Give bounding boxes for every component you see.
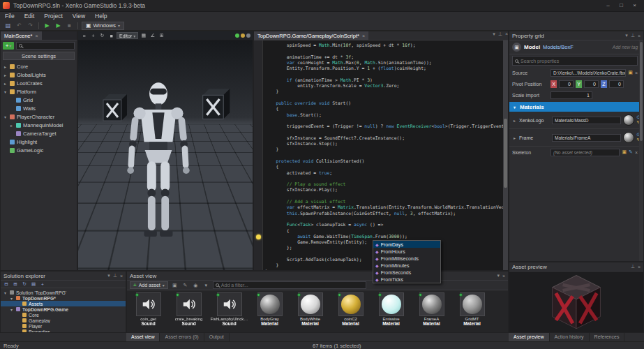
- sync-selection-icon[interactable]: ↻: [21, 281, 28, 288]
- maximize-button[interactable]: □: [615, 1, 628, 10]
- property-grid-scrollbar[interactable]: [639, 40, 643, 261]
- close-icon[interactable]: ×: [505, 31, 508, 40]
- scrollbar-thumb[interactable]: [640, 42, 643, 141]
- completion-item-fromhours[interactable]: ◆FromHours: [373, 248, 440, 255]
- asset-tile-crate-breaking[interactable]: crate_breakingSound: [170, 292, 208, 331]
- menu-project[interactable]: Project: [39, 12, 67, 21]
- tab-action-history[interactable]: Action history: [550, 333, 590, 341]
- browse-asset-icon[interactable]: ▣: [622, 149, 627, 155]
- asset-tile-framea[interactable]: FrameAMaterial: [412, 292, 451, 331]
- code-line[interactable]: [265, 71, 503, 77]
- scene-tree-item-globallights[interactable]: ▸GlobalLights: [1, 70, 77, 79]
- translate-gizmo-icon[interactable]: +: [89, 32, 97, 39]
- undo-icon[interactable]: ↶: [15, 22, 24, 29]
- add-asset-button[interactable]: + Add asset ▾: [130, 281, 168, 289]
- editor-mode-dropdown[interactable]: Editor ▾: [117, 32, 138, 39]
- code-line[interactable]: [265, 48, 503, 54]
- code-line[interactable]: {: [265, 164, 503, 170]
- scene-tree-item-platform[interactable]: ▾Platform: [1, 87, 77, 96]
- code-line[interactable]: Func<Task> cleanupTask = async () =>: [265, 222, 503, 228]
- completion-item-frommilliseconds[interactable]: ◆FromMilliseconds: [373, 255, 440, 262]
- property-search-input[interactable]: [521, 59, 635, 64]
- asset-tile-gridmt[interactable]: GridMTMaterial: [453, 292, 491, 331]
- close-icon[interactable]: ×: [120, 274, 123, 279]
- completion-item-fromseconds[interactable]: ◆FromSeconds: [373, 269, 440, 276]
- code-line[interactable]: }: [265, 89, 503, 94]
- browse-folder-icon[interactable]: ▣: [628, 70, 633, 75]
- scene-filter-input[interactable]: [16, 42, 75, 50]
- chevron-down-icon[interactable]: ▾: [107, 273, 110, 279]
- camera-icon[interactable]: [246, 34, 250, 38]
- code-line[interactable]: [265, 153, 503, 158]
- completion-item-fromdays[interactable]: ◆FromDays: [373, 241, 440, 248]
- windows-dropdown[interactable]: ▣ Windows ▾: [82, 22, 124, 30]
- pivot-x-field[interactable]: 0: [559, 80, 574, 88]
- tab-asset-view[interactable]: Asset view: [126, 333, 160, 341]
- scene-tree-item-mannequinmodel[interactable]: ▸MannequinModel: [1, 121, 77, 129]
- material-reference-field[interactable]: Materials/MassD: [552, 117, 621, 124]
- code-line[interactable]: sfxInstance.Stop();: [265, 141, 503, 147]
- pivot-z-field[interactable]: 0: [609, 80, 624, 88]
- code-line[interactable]: [265, 95, 503, 101]
- tab-asset-errors-0[interactable]: Asset errors (0): [160, 333, 204, 341]
- clear-icon[interactable]: ×: [635, 150, 638, 155]
- solution-tree-item-properties[interactable]: Properties: [1, 329, 126, 333]
- pin-icon[interactable]: ⊥: [631, 264, 635, 269]
- material-reference-field[interactable]: Materials/FrameA: [552, 134, 621, 142]
- menu-help[interactable]: Help: [90, 12, 112, 21]
- skeleton-field[interactable]: (No asset selected): [551, 149, 620, 156]
- snap-translate-icon[interactable]: ▦: [140, 32, 147, 39]
- edit-icon[interactable]: ✎: [181, 282, 189, 289]
- asset-filter-input[interactable]: [221, 283, 364, 288]
- play-current-icon[interactable]: ▶: [54, 22, 63, 29]
- expand-icon[interactable]: ▸: [3, 73, 8, 77]
- view-options-icon[interactable]: ◉: [192, 282, 200, 289]
- code-line[interactable]: entity.Transform.Scale = Vector3.Zero;: [265, 83, 503, 89]
- scene-tree-item-core[interactable]: ▸Core: [1, 62, 77, 70]
- scene-tree-item-walls[interactable]: Walls: [1, 104, 77, 112]
- code-line[interactable]: spinSpeed = Math.Min(10f, spinSpeed + dt…: [265, 43, 503, 48]
- collapse-icon[interactable]: ▾: [3, 290, 8, 295]
- tab-output[interactable]: Output: [204, 333, 230, 341]
- tab-asset-preview[interactable]: Asset preview: [509, 333, 550, 341]
- asset-tile-fishlampbyulrick-liensensales[interactable]: FishLampbyUlrick-LiensenSalesSound: [210, 292, 248, 331]
- solution-tree-item-core[interactable]: Core: [1, 312, 126, 318]
- scale-import-field[interactable]: 1: [551, 91, 592, 99]
- close-icon[interactable]: ×: [362, 34, 365, 38]
- code-line[interactable]: // Play a sound effect: [265, 181, 503, 187]
- code-line[interactable]: sfxInstance.Play();: [265, 187, 503, 193]
- chevron-down-icon[interactable]: ▾: [625, 33, 628, 38]
- solution-tree-item-gameplay[interactable]: Gameplay: [1, 318, 126, 323]
- mannequin-character[interactable]: [110, 68, 207, 270]
- asset-tile-bodygray[interactable]: BodyGrayMaterial: [250, 292, 289, 331]
- save-icon[interactable]: ▤: [3, 22, 13, 29]
- materials-section-header[interactable]: ▾ Materials: [509, 102, 643, 112]
- menu-file[interactable]: File: [0, 12, 20, 21]
- scene-settings-button[interactable]: Scene settings: [3, 52, 75, 60]
- completion-item-fromticks[interactable]: ◆FromTicks: [373, 276, 440, 283]
- code-line[interactable]: var coinHeight = Math.Max(0, Math.Sin(an…: [265, 60, 503, 66]
- expand-icon[interactable]: ▸: [512, 118, 517, 123]
- expand-icon[interactable]: ▸: [3, 81, 8, 86]
- scene-tree-item-cameratarget[interactable]: CameraTarget: [1, 129, 77, 138]
- snap-rotate-icon[interactable]: ∠: [149, 32, 156, 39]
- lightbulb-icon[interactable]: [256, 235, 261, 239]
- code-line[interactable]: await Game.WaitTime(TimeSpan.From(3000))…: [265, 234, 503, 239]
- grid-toggle-icon[interactable]: ⊞: [158, 32, 165, 39]
- scrollbar-thumb[interactable]: [504, 119, 507, 188]
- asset-tile-bodywhite[interactable]: BodyWhiteMaterial: [291, 292, 329, 331]
- properties-icon[interactable]: ▤: [30, 281, 37, 288]
- code-line[interactable]: activated = true;: [265, 170, 503, 176]
- create-new-icon[interactable]: ✎: [629, 149, 633, 155]
- expand-all-icon[interactable]: ⊞: [12, 281, 19, 288]
- collapse-icon[interactable]: ▾: [3, 114, 8, 119]
- completion-item-fromminutes[interactable]: ◆FromMinutes: [373, 262, 440, 269]
- add-item-icon[interactable]: +: [39, 281, 46, 288]
- collapse-all-icon[interactable]: ⊟: [3, 281, 10, 288]
- code-line[interactable]: // Add a visual effect: [265, 199, 503, 205]
- solution-tree-item-topdownrpg-game[interactable]: ▾TopDownRPG.Game: [1, 306, 126, 312]
- pivot-y-field[interactable]: 0: [584, 80, 599, 88]
- code-line[interactable]: base.Start();: [265, 112, 503, 118]
- code-line[interactable]: [265, 118, 503, 124]
- chevron-down-icon[interactable]: ▾: [202, 282, 210, 289]
